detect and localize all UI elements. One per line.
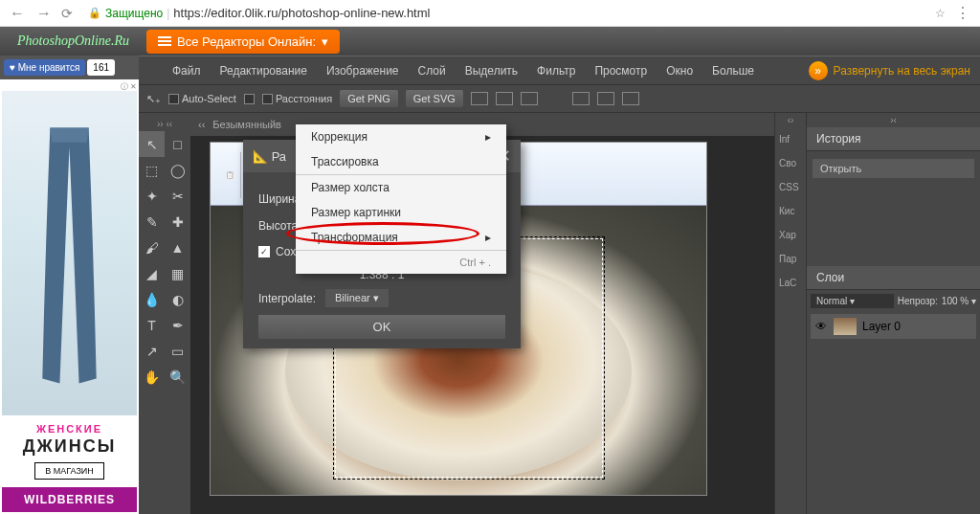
lock-icon: 🔒 [88,7,101,19]
type-tool[interactable]: T [139,312,165,338]
align-icon[interactable] [572,92,590,105]
back-icon[interactable]: ← [8,5,27,22]
like-count: 161 [87,59,115,76]
get-svg-button[interactable]: Get SVG [406,90,463,107]
align-icon[interactable] [622,92,639,105]
crop-tool[interactable]: ✂ [165,183,190,209]
artboard-tool[interactable]: □ [165,131,190,157]
menu-view[interactable]: Просмотр [594,64,647,78]
align-icon[interactable] [521,92,538,105]
forward-icon[interactable]: → [34,5,54,22]
toolbox: ›› ‹‹ ↖□ ⬚◯ ✦✂ ✎✚ 🖌▲ ◢▦ 💧◐ T✒ ↗▭ ✋🔍 [139,113,190,514]
ad-text: ЖЕНСКИЕ ДЖИНСЫ В МАГАЗИН [2,415,137,487]
lasso-tool[interactable]: ◯ [165,157,190,183]
url-text: https://editor.0lik.ru/photoshop-online-… [173,6,430,20]
opacity-value[interactable]: 100 % ▾ [942,296,976,306]
pen-tool[interactable]: ✒ [165,312,190,338]
tab-svo[interactable]: Сво [775,151,806,175]
tr-toggle[interactable] [244,94,255,104]
like-button[interactable]: ♥ Мне нравится [4,59,85,76]
layer-name: Layer 0 [862,320,901,333]
shape-tool[interactable]: ▭ [165,338,190,364]
eraser-tool[interactable]: ◢ [139,260,165,286]
image-menu-dropdown: Коррекция▸ Трассировка Размер холста Раз… [296,124,506,274]
panel-collapse[interactable]: ›‹ [807,113,980,127]
menu-edit[interactable]: Редактирование [220,64,307,78]
tab-kis[interactable]: Кис [775,199,806,223]
menu-corrections[interactable]: Коррекция▸ [296,124,506,149]
panel-collapse[interactable]: ‹› [775,113,806,127]
like-bar: ♥ Мне нравится 161 [0,56,139,79]
expand-icon: » [809,61,828,80]
menu-file[interactable]: Файл [172,64,201,78]
align-icon[interactable] [597,92,614,105]
align-icon[interactable] [496,92,513,105]
menu-icon[interactable]: ⋮ [953,4,972,22]
dodge-tool[interactable]: ◐ [165,286,190,312]
right-panels: ‹› Inf Сво CSS Кис Хар Пар LaC ›‹ Истори… [774,113,980,514]
move-tool[interactable]: ↖ [139,131,165,157]
left-sidebar: ♥ Мне нравится 161 ⓘ ✕ ЖЕНСКИЕ ДЖИНСЫ В … [0,56,139,514]
hand-tool[interactable]: ✋ [139,364,165,390]
reload-icon[interactable]: ⟳ [61,6,73,21]
zoom-tool[interactable]: 🔍 [165,364,190,390]
stamp-tool[interactable]: ▲ [165,235,190,260]
dist-toggle[interactable]: Расстояния [262,93,332,104]
editors-switcher[interactable]: Все Редакторы Онлайн: ▾ [146,30,340,54]
toolbox-collapse[interactable]: ›› ‹‹ [139,117,190,131]
canvas-area: ‹‹ Безымянныйв 📐 Ра ✕ Ширина: px ▾ [190,113,774,514]
auto-select-toggle[interactable]: Auto-Select [168,93,236,104]
tab-par[interactable]: Пар [775,247,806,271]
menu-window[interactable]: Окно [666,64,693,78]
tab-collapse-icon[interactable]: ‹‹ [198,113,205,136]
eyedropper-tool[interactable]: ✎ [139,209,165,235]
menu-image-size[interactable]: Размер картинки [296,200,506,225]
info-tabs: ‹› Inf Сво CSS Кис Хар Пар LaC [775,113,807,514]
align-icon[interactable] [471,92,488,105]
marquee-tool[interactable]: ⬚ [139,157,165,183]
tab-css[interactable]: CSS [775,175,806,199]
options-bar: ↖₊ Auto-Select Расстояния Get PNG Get SV… [139,84,980,113]
menu-image[interactable]: Изображение [326,64,399,78]
path-tool[interactable]: ↗ [139,338,165,364]
editor-app: Файл Редактирование Изображение Слой Выд… [139,56,980,514]
menu-shortcut[interactable]: Ctrl + . [296,251,506,274]
ad-image [2,91,137,415]
tab-inf[interactable]: Inf [775,127,806,151]
fullscreen-button[interactable]: » Развернуть на весь экран [809,61,970,80]
wand-tool[interactable]: ✦ [139,183,165,209]
tab-lac[interactable]: LaC [775,271,806,295]
blend-mode-select[interactable]: Normal ▾ [811,294,894,308]
menu-select[interactable]: Выделить [465,64,518,78]
layers-panel-tab[interactable]: Слои [807,266,980,290]
brush-tool[interactable]: 🖌 [139,235,165,260]
ok-button[interactable]: OK [258,315,505,339]
blur-tool[interactable]: 💧 [139,286,165,312]
tab-har[interactable]: Хар [775,223,806,247]
gradient-tool[interactable]: ▦ [165,260,190,286]
visibility-icon[interactable]: 👁 [814,320,828,333]
heal-tool[interactable]: ✚ [165,209,190,235]
get-png-button[interactable]: Get PNG [340,90,398,107]
history-item[interactable]: Открыть [813,159,974,178]
interpolate-select[interactable]: Bilinear ▾ [325,289,389,307]
ad-shop-button[interactable]: В МАГАЗИН [34,462,104,480]
opacity-label: Непрозр: [898,296,938,306]
layer-item[interactable]: 👁 Layer 0 [811,314,976,339]
ad-marker: ⓘ ✕ [2,81,137,91]
menu-more[interactable]: Больше [712,64,754,78]
address-bar[interactable]: 🔒 Защищено | https://editor.0lik.ru/phot… [80,6,927,20]
menu-trace[interactable]: Трассировка [296,149,506,174]
menu-transform[interactable]: Трансформация▸ [296,225,506,250]
site-header: PhotoshopOnline.Ru Все Редакторы Онлайн:… [0,27,980,56]
ad-block[interactable]: ⓘ ✕ ЖЕНСКИЕ ДЖИНСЫ В МАГАЗИН WILDBERRIES [0,79,139,514]
site-logo[interactable]: PhotoshopOnline.Ru [0,34,146,49]
chevron-down-icon: ▾ [322,34,328,49]
bookmark-icon[interactable]: ☆ [935,7,946,20]
burger-icon [158,36,171,46]
menu-layer[interactable]: Слой [418,64,446,78]
layer-thumbnail [834,318,857,335]
history-panel-tab[interactable]: История [807,127,980,151]
menu-filter[interactable]: Фильтр [537,64,575,78]
menu-canvas-size[interactable]: Размер холста [296,175,506,200]
